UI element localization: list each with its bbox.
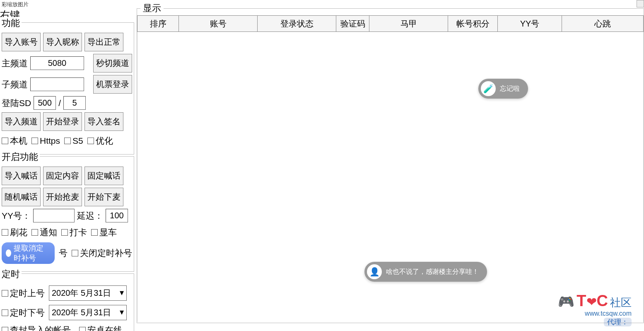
check-close-timer-label: 关闭定时补号 (80, 247, 132, 259)
login-sd-input1[interactable] (34, 96, 56, 110)
check-https[interactable]: Https (31, 136, 60, 146)
check-notify[interactable]: 通知 (31, 227, 57, 238)
timer-refill-suffix: 号 (59, 247, 68, 259)
check-local-label: 本机 (10, 135, 27, 147)
right-panel: 显示 排序 账号 登录状态 验证码 马甲 帐号积分 YY号 心跳 🧪 忘记啦 👤… (137, 8, 644, 331)
group-timer: 定时 定时上号 2020年 5月31日 定时下号 2020年 5月31日 查封导… (0, 273, 134, 331)
checkbox-icon (2, 138, 8, 144)
import-shout-button[interactable]: 导入喊话 (2, 167, 41, 185)
check-showcar[interactable]: 显车 (91, 227, 117, 238)
yy-input[interactable] (33, 209, 75, 222)
switch-channel-button[interactable]: 秒切频道 (93, 54, 132, 72)
timer-down-date-select[interactable]: 2020年 5月31日 (49, 305, 127, 320)
check-android-online[interactable]: 安卓在线 (79, 324, 122, 331)
check-android-online-label: 安卓在线 (87, 324, 122, 331)
check-punch[interactable]: 打卡 (61, 227, 87, 238)
check-timer-down-label: 定时下号 (10, 307, 45, 319)
group-timer-title: 定时 (0, 268, 22, 280)
chat-bubble-2: 👤 啥也不说了，感谢楼主分享哇！ (364, 262, 487, 282)
check-seal[interactable]: 查封导入的帐号 (2, 324, 71, 331)
fixed-content-button[interactable]: 固定内容 (43, 167, 82, 185)
timer-refill-label: 提取消定时补号 (14, 243, 51, 263)
col-nickname[interactable]: 马甲 (369, 15, 448, 32)
checkbox-icon (79, 327, 86, 331)
checkbox-icon (64, 138, 71, 144)
watermark-daili: 代理： (604, 318, 632, 326)
scrollbar-stub[interactable] (637, 0, 644, 7)
group-functions: 功能 导入账号 导入昵称 导出正常 主频道 秒切频道 子频道 机票登录 登陆SD… (0, 22, 134, 155)
start-down-mic-button[interactable]: 开始下麦 (84, 188, 123, 206)
col-yy[interactable]: YY号 (497, 15, 562, 32)
check-close-timer[interactable]: 关闭定时补号 (72, 247, 132, 259)
table-header: 排序 账号 登录状态 验证码 马甲 帐号积分 YY号 心跳 (137, 15, 644, 32)
check-https-label: Https (40, 136, 60, 146)
group-open-functions: 开启功能 导入喊话 固定内容 固定喊话 随机喊话 开始抢麦 开始下麦 YY号： … (0, 156, 134, 272)
avatar-icon: 🧪 (481, 81, 496, 96)
check-timer-up[interactable]: 定时上号 (2, 288, 45, 299)
group-open-functions-title: 开启功能 (0, 151, 40, 163)
check-timer-down[interactable]: 定时下号 (2, 307, 45, 319)
ticket-login-button[interactable]: 机票登录 (93, 75, 132, 94)
random-shout-button[interactable]: 随机喊话 (2, 188, 41, 206)
main-channel-input[interactable] (30, 56, 84, 70)
checkbox-icon (2, 327, 8, 331)
title-bar: 彩缩放图片 (0, 0, 644, 9)
delay-label: 延迟： (77, 210, 103, 222)
import-channel-button[interactable]: 导入频道 (2, 112, 41, 131)
chat-bubble-1: 🧪 忘记啦 (478, 79, 528, 99)
checkbox-icon (31, 138, 38, 144)
main-layout: 右键 功能 导入账号 导入昵称 导出正常 主频道 秒切频道 子频道 机票登录 登… (0, 8, 644, 331)
col-sort[interactable]: 排序 (137, 15, 178, 32)
check-punch-label: 打卡 (70, 227, 87, 238)
checkbox-icon (31, 229, 38, 236)
delay-input[interactable] (106, 209, 128, 222)
watermark-t: T (576, 292, 586, 309)
login-sd-input2[interactable] (63, 96, 86, 110)
checkbox-icon (91, 229, 98, 236)
watermark-c: C (597, 292, 608, 309)
check-flower-label: 刷花 (10, 227, 27, 238)
timer-up-date-select[interactable]: 2020年 5月31日 (49, 285, 127, 301)
login-sd-sep: / (58, 98, 61, 108)
check-optimize-label: 优化 (96, 135, 113, 147)
group-functions-title: 功能 (0, 17, 22, 29)
check-optimize[interactable]: 优化 (87, 135, 113, 147)
check-notify-label: 通知 (40, 227, 57, 238)
fixed-shout-button[interactable]: 固定喊话 (84, 167, 123, 185)
col-account-points[interactable]: 帐号积分 (448, 15, 497, 32)
checkbox-icon (61, 229, 68, 236)
check-timer-up-label: 定时上号 (10, 288, 45, 299)
group-display-title: 显示 (140, 2, 164, 14)
checkbox-icon (2, 309, 8, 316)
check-flower[interactable]: 刷花 (2, 227, 27, 238)
main-channel-label: 主频道 (2, 58, 28, 69)
chat-bubble-2-text: 啥也不说了，感谢楼主分享哇！ (386, 268, 479, 276)
left-panel: 右键 功能 导入账号 导入昵称 导出正常 主频道 秒切频道 子频道 机票登录 登… (0, 8, 137, 331)
badge-dot-icon (6, 249, 11, 257)
avatar-icon: 👤 (367, 264, 382, 279)
watermark-url: www.tcsqw.com (558, 310, 632, 317)
check-s5-label: S5 (72, 136, 83, 146)
import-account-button[interactable]: 导入账号 (2, 33, 41, 51)
check-local[interactable]: 本机 (2, 135, 27, 147)
col-verify-code[interactable]: 验证码 (336, 15, 369, 32)
check-showcar-label: 显车 (99, 227, 117, 238)
watermark-shequ: 社区 (610, 296, 632, 309)
check-s5[interactable]: S5 (64, 136, 83, 146)
export-normal-button[interactable]: 导出正常 (84, 33, 123, 51)
import-nickname-button[interactable]: 导入昵称 (43, 33, 82, 51)
start-login-button[interactable]: 开始登录 (43, 112, 82, 131)
watermark-logo-row: 🎮 T❤C 社区 (558, 292, 632, 310)
checkbox-icon (2, 290, 8, 297)
col-account[interactable]: 账号 (178, 15, 257, 32)
login-sd-label: 登陆SD (2, 97, 31, 109)
checkbox-icon (2, 229, 8, 236)
sub-channel-input[interactable] (30, 77, 84, 91)
start-grab-mic-button[interactable]: 开始抢麦 (43, 188, 82, 206)
import-sign-button[interactable]: 导入签名 (84, 112, 123, 131)
col-heartbeat[interactable]: 心跳 (562, 15, 644, 32)
col-login-status[interactable]: 登录状态 (257, 15, 336, 32)
timer-refill-badge[interactable]: 提取消定时补号 (2, 242, 55, 264)
yy-label: YY号： (2, 210, 31, 222)
chat-bubble-1-text: 忘记啦 (500, 85, 520, 93)
